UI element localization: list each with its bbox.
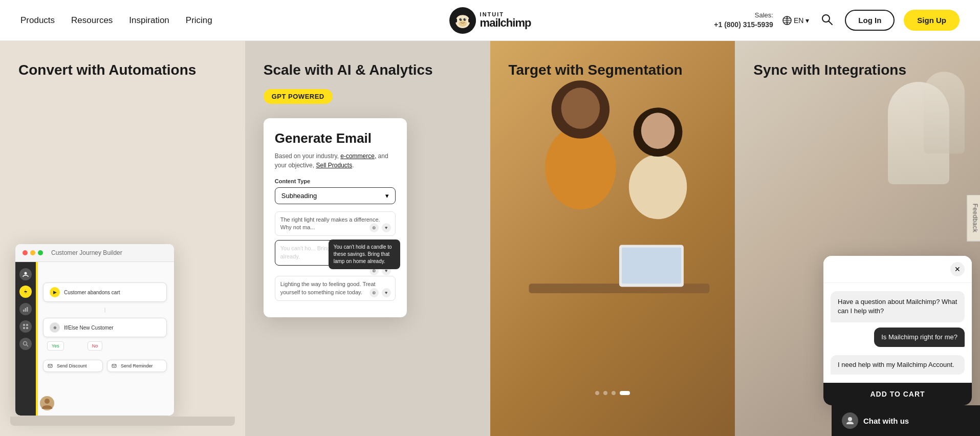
panel-integrations-title-area: Sync with Integrations [753,61,962,89]
cjb-node-discount: Send Discount [43,360,103,372]
content-type-value: Subheading [281,192,317,200]
node-cart-label: Customer abandons cart [64,290,120,295]
grid-icon [23,323,29,330]
panel-segmentation-title: Target with Segmentation [509,61,717,79]
svg-rect-17 [26,324,28,326]
option-3-actions: ⊕ ♥ [369,288,391,297]
language-selector[interactable]: EN ▾ [782,16,809,25]
cjb-titlebar: Customer Journey Builder [15,244,174,262]
add-to-cart-button[interactable]: ADD TO CART [823,383,972,405]
dot-4-active [620,391,630,395]
favorite-icon[interactable]: ♥ [382,223,391,232]
feedback-tab[interactable]: Feedback [967,195,980,242]
svg-line-21 [27,345,29,347]
people-illustration [490,41,735,436]
cjb-sidebar-icon-2 [19,286,32,298]
content-type-select[interactable]: Subheading ▾ [275,187,396,204]
option-3-copy-icon[interactable]: ⊕ [369,288,379,297]
node-reminder-label: Send Reminder [121,363,153,368]
email-option-3[interactable]: Lighting the way to feeling good. Treat … [275,276,396,301]
option-3-fav-icon[interactable]: ♥ [382,288,391,297]
sales-phone[interactable]: +1 (800) 315-5939 [714,20,773,30]
sales-info: Sales: +1 (800) 315-5939 [714,11,773,30]
svg-rect-33 [622,248,681,284]
desc-link-ecommerce[interactable]: e-commerce, [340,152,376,160]
logo[interactable]: INTUIT mailchimp [449,7,531,34]
signup-button[interactable]: Sign Up [904,10,960,31]
nav-left: Products Resources Inspiration Pricing [20,15,212,26]
email-option-2[interactable]: You can't ho... Bring that lamp on home … [275,240,396,266]
chat-with-us-bar[interactable]: Chat with us [832,405,980,436]
option-1-actions: ⊕ ♥ [369,223,391,232]
cjb-accent-bar [36,262,38,416]
email-icon-2 [112,363,117,368]
search-small-icon [23,341,29,347]
svg-rect-7 [454,18,457,23]
panel-ai: Scale with AI & Analytics GPT POWERED Ge… [245,41,490,436]
email-gen-desc: Based on your industry, e-commerce, and … [275,151,396,170]
email-option-1[interactable]: The right light really makes a differenc… [275,211,396,236]
main-panels: Convert with Automations Customer Journe… [0,41,980,436]
panel-automations-title: Convert with Automations [18,61,227,79]
cjb-node-ifelse: ⊕ If/Else New Customer [43,318,167,337]
svg-point-5 [460,18,461,19]
chat-header: ✕ [823,256,972,283]
cjb-sidebar-icon-1 [19,268,32,280]
option-3-text: Lighting the way to feeling good. Treat … [280,281,376,295]
login-button[interactable]: Log In [845,10,895,31]
chat-close-button[interactable]: ✕ [950,262,965,276]
svg-rect-18 [23,327,25,329]
laptop-base [10,417,235,426]
dot-3 [612,391,616,395]
chat-avatar [842,412,858,429]
cjb-sidebar-icon-4 [19,320,32,333]
svg-rect-16 [23,324,25,326]
email-gen-title: Generate Email [275,130,396,146]
no-branch: No [88,341,103,351]
panel-ai-title: Scale with AI & Analytics [264,61,472,79]
lang-label: EN [794,16,803,25]
cjb-user-avatar [40,396,54,410]
svg-rect-13 [23,310,25,312]
option-1-text: The right light really makes a differenc… [280,216,380,230]
avatar-icon [40,396,54,410]
connector-1: | [43,306,167,314]
nav-pricing[interactable]: Pricing [186,15,212,26]
node-ifelse-label: If/Else New Customer [64,325,114,331]
expand-dot [38,250,43,255]
gpt-badge: GPT POWERED [264,89,333,104]
svg-point-12 [25,272,27,275]
desc-text-3: . [352,162,354,169]
cjb-title-text: Customer Journey Builder [51,249,122,256]
dot-1 [595,391,599,395]
svg-line-11 [829,21,833,25]
svg-rect-19 [26,327,28,329]
svg-point-28 [628,155,686,219]
logo-sub: mailchimp [480,16,531,30]
search-button[interactable] [818,11,836,30]
chat-body: Have a question about Mailchimp? What ca… [823,283,972,383]
lightning-icon [23,289,29,295]
dropdown-chevron-icon: ▾ [385,192,389,200]
minimize-dot [30,250,35,255]
nav-resources[interactable]: Resources [71,15,113,26]
email-icon [48,363,53,368]
cjb-branch: Yes No [47,341,167,351]
yes-branch: Yes [47,341,64,351]
navbar: Products Resources Inspiration Pricing I… [0,0,980,41]
panel-segmentation-title-area: Target with Segmentation [509,61,717,89]
desc-text-1: Based on your industry, [275,152,341,160]
node-discount-label: Send Discount [57,363,87,368]
content-type-label: Content Type [275,178,396,184]
sales-label: Sales: [755,11,773,19]
dot-2 [603,391,607,395]
nav-products[interactable]: Products [20,15,55,26]
desc-link-products[interactable]: Sell Products [316,162,352,169]
tooltip-box: You can't hold a candle to these savings… [329,239,400,269]
chevron-down-icon: ▾ [805,16,809,25]
nav-right: Sales: +1 (800) 315-5939 EN ▾ Log In Sig… [714,10,960,31]
copy-icon[interactable]: ⊕ [369,223,379,232]
svg-point-24 [45,399,50,404]
svg-point-34 [848,417,852,421]
nav-inspiration[interactable]: Inspiration [129,15,169,26]
